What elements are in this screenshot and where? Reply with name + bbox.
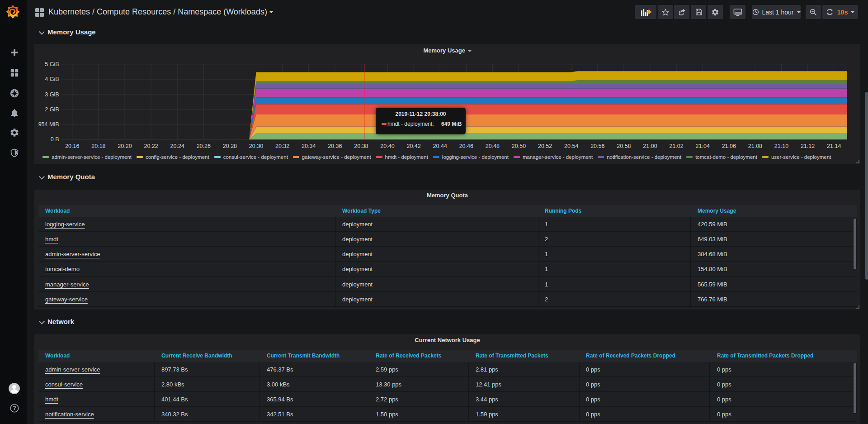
- svg-text:20:26: 20:26: [197, 143, 211, 149]
- svg-text:20:36: 20:36: [328, 143, 342, 149]
- svg-text:20:18: 20:18: [91, 143, 105, 149]
- svg-text:20:32: 20:32: [275, 143, 289, 149]
- svg-text:5 GiB: 5 GiB: [45, 61, 59, 67]
- svg-text:20:50: 20:50: [512, 143, 526, 149]
- svg-text:20:52: 20:52: [538, 143, 552, 149]
- svg-text:21:08: 21:08: [748, 143, 762, 149]
- svg-text:3 GiB: 3 GiB: [45, 91, 59, 98]
- svg-text:20:34: 20:34: [302, 143, 316, 149]
- svg-text:4 GiB: 4 GiB: [45, 76, 59, 82]
- svg-text:20:56: 20:56: [590, 143, 604, 149]
- svg-text:21:10: 21:10: [774, 143, 788, 149]
- svg-text:20:28: 20:28: [223, 143, 237, 149]
- svg-text:21:02: 21:02: [669, 143, 683, 149]
- svg-text:?: ?: [13, 405, 16, 411]
- svg-text:20:16: 20:16: [65, 143, 79, 149]
- svg-text:0 B: 0 B: [51, 136, 59, 143]
- svg-text:954 MiB: 954 MiB: [38, 121, 59, 128]
- svg-text:2 GiB: 2 GiB: [45, 106, 59, 113]
- svg-text:20:40: 20:40: [380, 143, 394, 149]
- svg-text:20:30: 20:30: [249, 143, 263, 149]
- svg-text:20:44: 20:44: [433, 143, 447, 149]
- svg-text:20:38: 20:38: [354, 143, 368, 149]
- svg-text:21:12: 21:12: [801, 143, 815, 149]
- svg-text:20:22: 20:22: [144, 143, 158, 149]
- svg-text:21:14: 21:14: [827, 143, 841, 149]
- svg-text:20:24: 20:24: [170, 143, 184, 149]
- svg-text:21:04: 21:04: [696, 143, 710, 149]
- svg-text:20:46: 20:46: [459, 143, 473, 149]
- svg-text:20:42: 20:42: [406, 143, 420, 149]
- svg-text:20:20: 20:20: [118, 143, 132, 149]
- svg-text:21:06: 21:06: [722, 143, 736, 149]
- svg-text:20:48: 20:48: [486, 143, 500, 149]
- svg-text:20:54: 20:54: [564, 143, 578, 149]
- svg-text:20:58: 20:58: [617, 143, 631, 149]
- svg-text:21:00: 21:00: [643, 143, 657, 149]
